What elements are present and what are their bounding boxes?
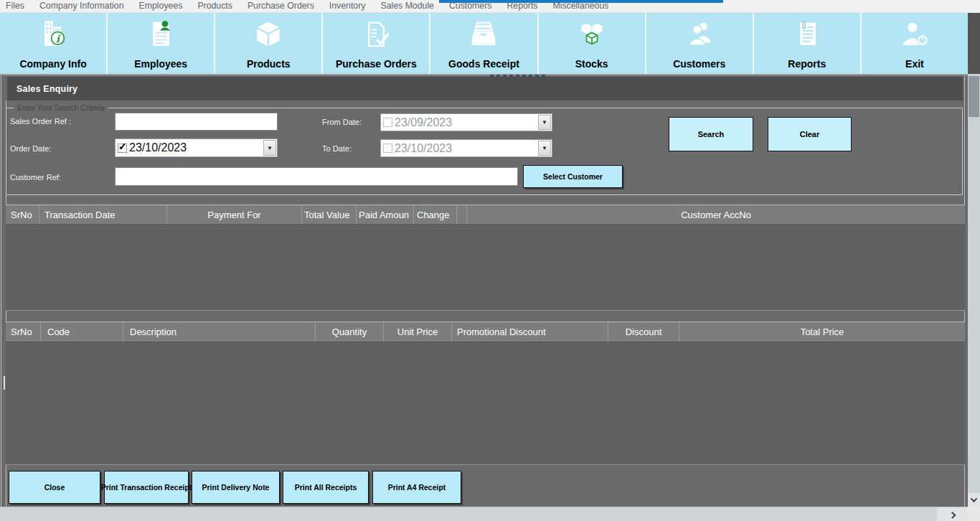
order-date-label: Order Date: — [10, 144, 51, 153]
sales-order-ref-input[interactable] — [115, 113, 278, 131]
toolbar-button-label: Stocks — [575, 58, 608, 70]
main-toolbar: i Company Info Employees Produc — [0, 13, 968, 74]
scroll-down-button[interactable] — [968, 493, 980, 507]
column-header-description[interactable]: Description — [123, 322, 316, 342]
menu-inventory[interactable]: Inventory — [329, 1, 366, 11]
column-header-total-price[interactable]: Total Price — [679, 322, 965, 342]
column-header-code[interactable]: Code — [41, 322, 123, 342]
menu-company-information[interactable]: Company Information — [39, 1, 124, 11]
toolbar-products-button[interactable]: Products — [215, 13, 323, 74]
from-date-picker[interactable]: 23/09/2023 ▼ — [380, 113, 552, 131]
clear-button[interactable]: Clear — [768, 117, 852, 151]
toolbar-button-label: Employees — [134, 58, 187, 70]
text-cursor-artifact — [4, 376, 5, 390]
column-header-blank[interactable] — [457, 205, 467, 224]
column-header-total-value[interactable]: Total Value — [302, 205, 357, 224]
form-title-bar: Sales Enquiry — [7, 77, 963, 100]
menu-sales-module[interactable]: Sales Module — [380, 1, 434, 11]
application-window: Files Company Information Employees Prod… — [0, 0, 980, 521]
column-header-promotional-discount[interactable]: Promotional Discount — [452, 322, 608, 342]
to-date-value: 23/10/2023 — [395, 142, 537, 155]
vertical-scrollbar-thumb[interactable] — [969, 76, 979, 117]
page-title: Sales Enquiry — [17, 84, 77, 94]
toolbar-company-info-button[interactable]: i Company Info — [0, 13, 108, 74]
to-date-label: To Date: — [322, 144, 352, 153]
report-document-icon — [788, 17, 826, 55]
column-header-customer-accno[interactable]: Customer AccNo — [467, 205, 965, 224]
order-date-value: 23/10/2023 — [129, 141, 263, 154]
column-header-quantity[interactable]: Quantity — [316, 322, 384, 342]
order-date-picker[interactable]: ✓ 23/10/2023 ▼ — [115, 139, 278, 157]
toolbar-button-label: Purchase Orders — [336, 58, 417, 70]
customer-ref-label: Customer Ref: — [10, 173, 61, 182]
toolbar-button-label: Products — [247, 58, 291, 70]
column-header-srno[interactable]: SrNo — [6, 322, 41, 342]
toolbar-button-label: Customers — [673, 58, 725, 70]
toolbar-button-label: Reports — [788, 58, 826, 70]
toolbar-reports-button[interactable]: Reports — [754, 13, 862, 74]
from-date-label: From Date: — [322, 118, 362, 126]
sales-order-ref-label: Sales Order Ref : — [10, 117, 71, 126]
items-grid-header: SrNo Code Description Quantity Unit Pric… — [6, 321, 965, 342]
exit-person-power-icon — [896, 17, 933, 55]
order-date-dropdown-icon[interactable]: ▼ — [263, 140, 276, 156]
from-date-dropdown-icon[interactable]: ▼ — [538, 115, 551, 130]
vertical-scrollbar[interactable] — [968, 74, 980, 493]
toolbar-button-label: Exit — [905, 58, 924, 70]
groupbox-legend: Enter Your Search Criteria — [14, 103, 108, 112]
toolbar-goods-receipt-button[interactable]: Goods Receipt — [430, 13, 538, 74]
print-a4-receipt-button[interactable]: Print A4 Receipt — [372, 471, 461, 504]
toolbar-button-label: Goods Receipt — [448, 58, 519, 70]
search-button[interactable]: Search — [669, 117, 753, 151]
items-grid-body[interactable] — [6, 342, 965, 465]
product-cube-icon — [250, 17, 287, 55]
customer-ref-input[interactable] — [115, 167, 518, 186]
menu-products[interactable]: Products — [197, 1, 232, 11]
company-building-info-icon: i — [34, 17, 72, 55]
scrollbar-corner — [968, 507, 980, 521]
column-header-payment-for[interactable]: Payment For — [167, 205, 302, 224]
horizontal-scrollbar[interactable] — [0, 507, 968, 521]
column-header-unit-price[interactable]: Unit Price — [384, 322, 452, 342]
print-transaction-receipt-button[interactable]: Print Transaction Receipt — [104, 471, 189, 504]
purchase-order-check-icon — [357, 17, 395, 55]
toolbar-right-edge — [968, 13, 980, 74]
to-date-picker[interactable]: 23/10/2023 ▼ — [380, 139, 552, 157]
employee-document-icon — [142, 17, 179, 55]
column-header-transaction-date[interactable]: Transaction Date — [39, 205, 167, 224]
print-delivery-note-button[interactable]: Print Delivery Note — [192, 471, 280, 504]
menu-purchase-orders[interactable]: Purchase Orders — [248, 1, 314, 11]
toolbar-button-label: Company Info — [19, 58, 86, 70]
transactions-grid-body[interactable] — [6, 225, 965, 311]
close-button[interactable]: Close — [9, 471, 100, 504]
from-date-value: 23/09/2023 — [395, 116, 537, 129]
column-header-discount[interactable]: Discount — [608, 322, 679, 342]
toolbar-exit-button[interactable]: Exit — [862, 13, 968, 74]
column-header-paid-amount[interactable]: Paid Amoun — [357, 205, 414, 224]
stock-cubes-icon — [573, 17, 611, 55]
window-frame-line — [1, 75, 1, 507]
toolbar-purchase-orders-button[interactable]: Purchase Orders — [323, 13, 430, 74]
toolbar-employees-button[interactable]: Employees — [108, 13, 215, 74]
transactions-grid-header: SrNo Transaction Date Payment For Total … — [6, 205, 965, 225]
menu-employees[interactable]: Employees — [139, 1, 183, 11]
scroll-right-button[interactable] — [937, 507, 968, 521]
toolbar-customers-button[interactable]: Customers — [646, 13, 754, 74]
goods-inbox-tray-icon — [465, 17, 502, 55]
from-date-checkbox[interactable] — [383, 118, 392, 127]
chevron-right-icon — [949, 512, 956, 519]
customers-people-icon — [681, 17, 718, 55]
select-customer-button[interactable]: Select Customer — [523, 165, 623, 188]
menu-files[interactable]: Files — [6, 1, 24, 11]
column-header-srno[interactable]: SrNo — [6, 205, 39, 224]
order-date-checkbox[interactable]: ✓ — [118, 144, 127, 153]
chevron-down-icon — [971, 495, 978, 502]
toolbar-stocks-button[interactable]: Stocks — [539, 13, 646, 74]
background-window-edge-strip — [439, 0, 723, 3]
to-date-dropdown-icon[interactable]: ▼ — [538, 141, 551, 156]
column-header-change[interactable]: Change — [414, 205, 457, 224]
to-date-checkbox[interactable] — [383, 144, 392, 153]
print-all-receipts-button[interactable]: Print All Receipts — [283, 471, 369, 504]
checkbox-check-icon: ✓ — [118, 141, 127, 151]
